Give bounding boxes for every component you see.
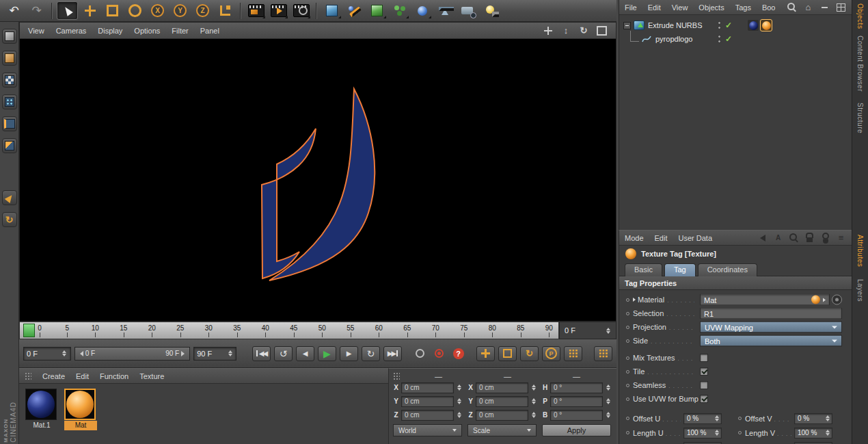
material-mat1[interactable]: Mat.1 [25, 389, 58, 430]
stepper[interactable] [530, 411, 537, 419]
tab-objects[interactable]: Objects [856, 3, 864, 29]
material-mat-thumb[interactable] [64, 389, 96, 420]
coordinate-system-button[interactable] [215, 1, 236, 20]
position-x-field[interactable]: X0 cm [393, 382, 462, 393]
y-axis-lock-button[interactable]: Y [169, 1, 191, 20]
preview-range-slider[interactable]: 0 F 90 F [74, 347, 190, 361]
apply-button[interactable]: Apply [542, 424, 611, 436]
key-dot-icon[interactable] [626, 312, 629, 315]
lock-icon[interactable] [804, 233, 815, 243]
enable-axis-icon[interactable] [2, 190, 17, 205]
position-y-value[interactable]: 0 cm [401, 396, 454, 407]
key-dot-icon[interactable] [626, 431, 629, 434]
size-x-value[interactable]: 0 cm [476, 382, 528, 393]
viewport-menu-item[interactable]: Options [134, 27, 160, 35]
viewport-canvas[interactable] [20, 39, 616, 321]
play-icon[interactable] [318, 346, 336, 361]
tab-attributes[interactable]: Attributes [856, 235, 864, 267]
live-selection-tool[interactable] [57, 1, 78, 20]
attribute-menu-item[interactable]: User Data [679, 234, 713, 242]
start-frame-stepper[interactable] [62, 350, 68, 358]
redo-icon[interactable] [26, 1, 47, 20]
material-picker-icon[interactable] [832, 295, 842, 305]
help-icon[interactable] [450, 346, 466, 361]
stepper[interactable] [824, 429, 830, 437]
goto-start-icon[interactable] [252, 346, 271, 361]
spline-primitive-button[interactable] [344, 1, 365, 20]
search-icon[interactable] [787, 2, 797, 12]
start-frame-field[interactable]: 0 F [23, 347, 71, 361]
navy-material-tag[interactable] [748, 20, 759, 31]
filter-rotation-icon[interactable] [520, 346, 539, 361]
size-mode-dropdown[interactable]: Scale [467, 424, 537, 436]
pan-view-icon[interactable] [542, 25, 554, 36]
stepper[interactable] [530, 397, 537, 406]
stepper[interactable] [714, 429, 720, 437]
object-manager-menu-item[interactable]: File [625, 3, 637, 12]
x-axis-lock-button[interactable]: X [147, 1, 168, 20]
timeline-ruler[interactable]: 051015202530354045505560657075808590 [19, 322, 559, 339]
key-dot-icon[interactable] [626, 298, 629, 302]
key-dot-icon[interactable] [626, 384, 629, 387]
viewport-menu-item[interactable]: View [28, 27, 44, 35]
logo-crescent-path[interactable] [269, 89, 375, 280]
key-dot-icon[interactable] [626, 326, 629, 329]
position-z-field[interactable]: Z0 cm [393, 409, 462, 421]
z-axis-lock-button[interactable]: Z [192, 1, 213, 20]
autokey-icon[interactable] [431, 346, 447, 361]
edges-mode-icon[interactable] [2, 116, 17, 131]
metaball-object-button[interactable] [411, 1, 433, 20]
prev-frame-icon[interactable] [296, 346, 314, 361]
back-icon[interactable] [757, 233, 768, 243]
key-dot-icon[interactable] [626, 339, 629, 343]
render-settings-button[interactable] [290, 1, 312, 20]
key-dot-icon[interactable] [738, 417, 742, 420]
visibility-dots-icon[interactable] [718, 21, 721, 29]
length-u-field[interactable]: 100 % [683, 428, 722, 439]
texture-mode-icon[interactable] [2, 73, 17, 88]
material-mat1-thumb[interactable] [25, 389, 57, 420]
end-frame-field[interactable]: 90 F [193, 347, 236, 361]
rotate-tool[interactable] [124, 1, 146, 20]
material-menu-item[interactable]: Texture [139, 372, 164, 380]
undo-icon[interactable] [3, 1, 25, 20]
history-icon[interactable] [820, 233, 830, 243]
visibility-dots-icon[interactable] [718, 35, 721, 43]
attribute-menu-item[interactable]: Mode [625, 234, 644, 242]
filter-position-icon[interactable] [476, 346, 495, 361]
next-frame-icon[interactable] [340, 346, 358, 361]
material-menu-item[interactable]: Create [42, 372, 65, 380]
home-icon[interactable] [803, 2, 813, 12]
use-uvw-for-bump-checkbox[interactable] [700, 395, 708, 403]
scale-tool[interactable] [102, 1, 123, 20]
minimize-icon[interactable] [819, 2, 830, 12]
object-manager-menu-item[interactable]: Tags [735, 3, 751, 12]
rotate-view-icon[interactable] [578, 25, 590, 36]
enabled-check-icon[interactable]: ✓ [725, 34, 732, 44]
expand-caret-icon[interactable] [633, 298, 636, 302]
camera-object-button[interactable] [457, 1, 478, 20]
render-view-button[interactable] [245, 1, 267, 20]
points-mode-icon[interactable] [2, 94, 17, 109]
tree-row-extrude-nurbs[interactable]: Extrude NURBS ✓ [623, 18, 852, 32]
object-manager-menu-item[interactable]: View [672, 3, 688, 12]
panel-grip-icon[interactable] [393, 372, 400, 380]
search-icon[interactable] [789, 233, 799, 243]
make-editable-icon[interactable] [2, 29, 17, 44]
end-frame-stepper[interactable] [227, 350, 233, 358]
polygons-mode-icon[interactable] [2, 138, 17, 153]
tab-structure[interactable]: Structure [856, 103, 864, 133]
rotation-b-value[interactable]: 0 ° [550, 410, 603, 421]
zoom-view-icon[interactable] [560, 25, 572, 36]
side-dropdown[interactable]: Both [700, 335, 842, 347]
light-object-button[interactable] [479, 1, 500, 20]
rotation-h-field[interactable]: H0 ° [542, 382, 611, 393]
size-y-value[interactable]: 0 cm [476, 396, 528, 407]
key-dot-icon[interactable] [626, 370, 629, 374]
size-x-field[interactable]: X0 cm [467, 382, 537, 393]
stepper[interactable] [456, 411, 462, 419]
model-mode-icon[interactable] [2, 51, 17, 66]
seamless-checkbox[interactable] [700, 381, 708, 389]
tab-basic[interactable]: Basic [625, 263, 662, 276]
viewport-menu-item[interactable]: Display [98, 27, 122, 35]
